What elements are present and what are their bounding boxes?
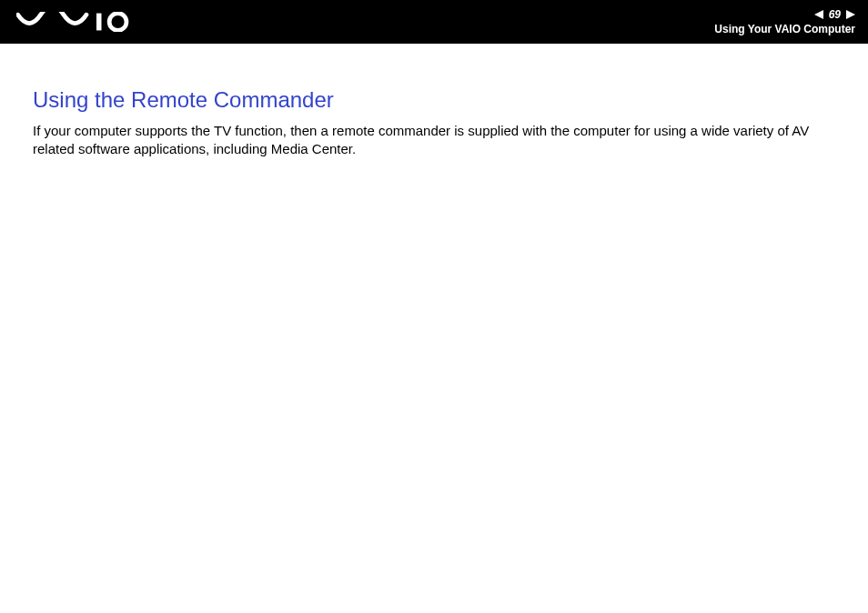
page-navigator: 69 <box>814 8 855 21</box>
body-paragraph: If your computer supports the TV functio… <box>33 122 835 159</box>
page-heading: Using the Remote Commander <box>33 87 835 113</box>
svg-point-1 <box>109 14 126 31</box>
vaio-logo <box>16 12 131 32</box>
header-right: 69 Using Your VAIO Computer <box>714 8 855 35</box>
svg-rect-0 <box>96 14 101 31</box>
page-content: Using the Remote Commander If your compu… <box>0 44 868 159</box>
section-label: Using Your VAIO Computer <box>714 23 855 35</box>
next-page-arrow-icon[interactable] <box>846 10 855 19</box>
page-number: 69 <box>829 8 841 21</box>
page-header: 69 Using Your VAIO Computer <box>0 0 868 44</box>
previous-page-arrow-icon[interactable] <box>814 10 823 19</box>
